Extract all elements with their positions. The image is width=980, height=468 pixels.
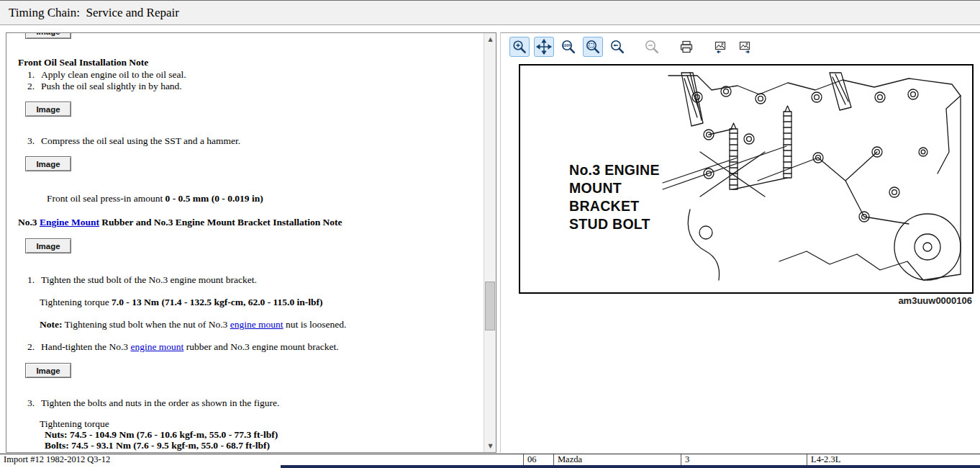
- prev-image-icon: [713, 39, 729, 55]
- zoom-100-icon: 100%: [561, 39, 576, 55]
- step-text-part: Hand-tighten the No.3: [41, 341, 130, 352]
- vertical-scrollbar[interactable]: ▲ ▼: [484, 33, 496, 452]
- step-text: Compress the oil seal using the SST and …: [41, 135, 240, 146]
- step-number: 3.: [27, 397, 41, 408]
- image-button[interactable]: Image: [25, 156, 71, 171]
- step-text: Tighten the bolts and nuts in the order …: [41, 397, 279, 408]
- step-item: 3. Compress the oil seal using the SST a…: [27, 135, 484, 146]
- torque-prefix: Tightening torque: [40, 297, 112, 307]
- figure-caption: am3uuw0000106: [519, 295, 975, 306]
- section-heading-front-oil-seal: Front Oil Seal Installation Note: [18, 57, 484, 68]
- scrollbar-thumb[interactable]: [485, 282, 495, 330]
- print-icon: [679, 39, 694, 55]
- status-code: 06: [523, 454, 553, 465]
- image-button-clipped[interactable]: Image: [25, 33, 71, 39]
- zoom-out-icon: [644, 39, 660, 55]
- heading-text: No.3: [18, 217, 40, 228]
- zoom-fit-icon: [585, 39, 601, 55]
- step-item: 2. Hand-tighten the No.3 engine mount ru…: [27, 341, 484, 352]
- print-button[interactable]: [676, 37, 697, 57]
- step-number: 2.: [27, 341, 41, 352]
- pan-icon: [536, 39, 552, 55]
- zoom-in-button[interactable]: [509, 37, 530, 57]
- torque-nuts-value: Nuts: 74.5 - 104.9 Nm (7.6 - 10.6 kgf-m,…: [45, 429, 484, 440]
- spec-value: 0 - 0.5 mm (0 - 0.019 in): [165, 193, 263, 204]
- step-item: 2. Push the oil seal slightly in by hand…: [27, 81, 484, 91]
- figure-image[interactable]: No.3 ENGINE MOUNT BRACKET STUD BOLT: [519, 64, 974, 294]
- bottom-edge: [0, 465, 980, 468]
- title-bar: Timing Chain: Service and Repair: [0, 0, 980, 25]
- page-title: Timing Chain: Service and Repair: [0, 6, 179, 20]
- section-heading-engine-mount: No.3 Engine Mount Rubber and No.3 Engine…: [18, 217, 484, 228]
- step-text: Hand-tighten the No.3 engine mount rubbe…: [41, 341, 339, 352]
- step-number: 2.: [27, 81, 41, 91]
- spec-prefix: Front oil seal press-in amount: [47, 193, 165, 204]
- document-panel: Image Front Oil Seal Installation Note 1…: [6, 32, 496, 453]
- pan-button[interactable]: [534, 37, 554, 57]
- image-button[interactable]: Image: [25, 102, 71, 117]
- figure-area: No.3 ENGINE MOUNT BRACKET STUD BOLT am3u…: [519, 64, 975, 306]
- next-image-button[interactable]: [735, 37, 756, 57]
- step-text: Push the oil seal slightly in by hand.: [41, 81, 182, 91]
- scroll-down-button[interactable]: ▼: [484, 440, 496, 452]
- spec-line: Front oil seal press-in amount 0 - 0.5 m…: [47, 193, 484, 204]
- prev-image-button[interactable]: [711, 37, 731, 57]
- zoom-out-button[interactable]: [642, 37, 662, 57]
- torque-heading: Tightening torque: [40, 418, 484, 429]
- note-text: nut is loosened.: [283, 319, 347, 330]
- step-text: Apply clean engine oil to the oil seal.: [41, 69, 186, 80]
- step-text: Tighten the stud bolt of the No.3 engine…: [41, 274, 257, 285]
- step-number: 3.: [27, 135, 41, 146]
- status-column3: 3: [681, 454, 807, 465]
- engine-mount-link[interactable]: Engine Mount: [40, 217, 99, 228]
- torque-spec-line: Tightening torque 7.0 - 13 Nm (71.4 - 13…: [40, 297, 484, 307]
- taskbar-strip: [281, 465, 980, 468]
- zoom-in-icon: [512, 39, 527, 55]
- step-number: 1.: [27, 274, 41, 285]
- step-text-part: rubber and No.3 engine mount bracket.: [183, 341, 338, 352]
- engine-mount-link[interactable]: engine mount: [230, 319, 283, 330]
- figure-callout-text: No.3 ENGINE MOUNT BRACKET STUD BOLT: [569, 161, 660, 233]
- torque-bolts-value: Bolts: 74.5 - 93.1 Nm (7.6 - 9.5 kgf-m, …: [45, 440, 484, 451]
- figure-toolbar: 100%: [509, 35, 756, 58]
- service-manual-window: Timing Chain: Service and Repair Image F…: [0, 0, 980, 468]
- step-item: 3. Tighten the bolts and nuts in the ord…: [27, 397, 484, 408]
- heading-text: Rubber and No.3 Engine Mount Bracket Ins…: [99, 217, 342, 228]
- image-button[interactable]: Image: [25, 238, 71, 253]
- step-item: 1. Tighten the stud bolt of the No.3 eng…: [27, 274, 484, 285]
- zoom-previous-button[interactable]: [607, 37, 627, 57]
- step-item: 1. Apply clean engine oil to the oil sea…: [27, 69, 484, 80]
- note-label: Note:: [40, 319, 62, 330]
- zoom-fit-button[interactable]: [583, 37, 603, 57]
- note-text: Tightening stud bolt when the nut of No.…: [62, 319, 230, 330]
- zoom-100-button[interactable]: 100%: [558, 37, 579, 57]
- figure-panel: 100%: [500, 32, 980, 453]
- zoom-100-label: 100%: [563, 43, 572, 48]
- zoom-previous-icon: [609, 39, 625, 55]
- step-number: 1.: [27, 69, 41, 80]
- image-button[interactable]: Image: [25, 363, 71, 378]
- note-line: Note: Tightening stud bolt when the nut …: [40, 319, 484, 330]
- status-bar: Import #12 1982-2012 Q3-12 06 Mazda 3 L4…: [0, 454, 980, 465]
- scroll-up-button[interactable]: ▲: [484, 33, 496, 45]
- torque-value: 7.0 - 13 Nm (71.4 - 132.5 kgf-cm, 62.0 -…: [112, 297, 323, 307]
- engine-mount-link[interactable]: engine mount: [130, 341, 183, 352]
- status-make: Mazda: [553, 454, 681, 465]
- next-image-icon: [738, 39, 753, 55]
- status-import-info: Import #12 1982-2012 Q3-12: [0, 454, 523, 465]
- document-content: Image Front Oil Seal Installation Note 1…: [6, 33, 484, 452]
- status-engine: L4-2.3L: [807, 454, 980, 465]
